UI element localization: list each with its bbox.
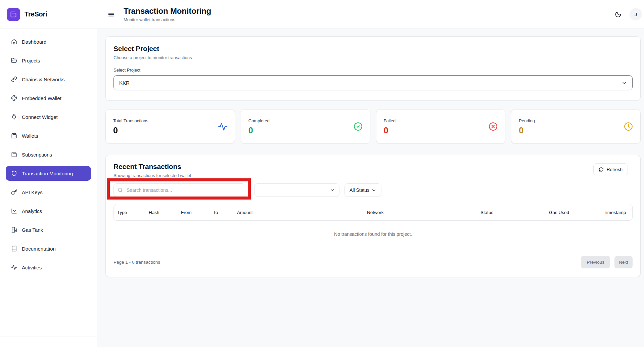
home-icon (11, 39, 17, 45)
moon-icon (615, 11, 622, 18)
page-subtitle: Monitor wallet transactions (124, 17, 211, 22)
brand: TreSori (0, 0, 97, 29)
chevron-down-icon (371, 188, 376, 193)
sidebar-item-subscriptions[interactable]: Subscriptions (6, 147, 91, 162)
wallet-icon (11, 133, 17, 139)
sidebar-item-label: Dashboard (22, 39, 46, 45)
sidebar: TreSori Dashboard Projects Chains & Netw… (0, 0, 97, 347)
stat-card-total: Total Transactions 0 (105, 109, 235, 144)
chevron-down-icon (622, 80, 627, 86)
stat-value: 0 (384, 126, 396, 135)
stat-label: Failed (384, 118, 396, 123)
chart-line-icon (11, 208, 17, 214)
transactions-subtitle: Showing transactions for selected wallet (113, 173, 191, 178)
key-icon (11, 189, 17, 195)
stat-card-pending: Pending 0 (511, 109, 641, 144)
stat-value: 0 (248, 126, 270, 135)
select-project-card: Select Project Choose a project to monit… (105, 36, 641, 101)
wallet-logo-icon (7, 8, 20, 21)
transactions-header: Recent Transactions Showing transactions… (113, 163, 633, 178)
column-header-status: Status (480, 210, 549, 215)
shield-icon (11, 170, 17, 176)
column-header-amount: Amount (237, 210, 367, 215)
book-icon (11, 246, 17, 252)
topbar: Transaction Monitoring Monitor wallet tr… (97, 0, 644, 29)
fuel-icon (11, 227, 17, 233)
transactions-table-header: Type Hash From To Amount Network Status … (114, 204, 632, 220)
sidebar-item-label: API Keys (22, 189, 43, 195)
app-root: TreSori Dashboard Projects Chains & Netw… (0, 0, 644, 347)
sidebar-item-connect-widget[interactable]: Connect Widget (6, 110, 91, 124)
stat-value: 0 (113, 126, 148, 135)
sidebar-item-api-keys[interactable]: API Keys (6, 185, 91, 200)
next-page-button[interactable]: Next (614, 256, 633, 268)
sidebar-item-label: Subscriptions (22, 152, 52, 158)
transactions-title: Recent Transactions (113, 163, 191, 171)
column-header-hash: Hash (149, 210, 181, 215)
previous-page-button[interactable]: Previous (581, 256, 610, 268)
theme-toggle-button[interactable] (614, 10, 622, 18)
sidebar-item-label: Projects (22, 58, 40, 63)
sidebar-item-chains-networks[interactable]: Chains & Networks (6, 72, 91, 87)
stat-label: Total Transactions (113, 118, 148, 123)
column-header-to: To (213, 210, 237, 215)
sidebar-item-label: Connect Widget (22, 114, 58, 120)
palette-icon (11, 95, 17, 101)
wallet-select[interactable] (254, 183, 339, 197)
column-header-gas-used: Gas Used (549, 210, 604, 215)
filter-row: All Status (113, 183, 633, 197)
topbar-right: J (614, 8, 642, 20)
sidebar-item-projects[interactable]: Projects (6, 53, 91, 68)
recent-transactions-card: Recent Transactions Showing transactions… (105, 155, 641, 277)
sidebar-footer (0, 337, 97, 347)
sidebar-item-analytics[interactable]: Analytics (6, 204, 91, 218)
search-icon (118, 187, 123, 193)
chevron-down-icon (330, 187, 335, 193)
pagination-buttons: Previous Next (581, 256, 633, 268)
sidebar-item-label: Chains & Networks (22, 77, 65, 82)
page-title: Transaction Monitoring (124, 6, 211, 16)
search-input[interactable] (113, 183, 245, 197)
x-circle-icon (489, 122, 498, 131)
pagination: Page 1 • 0 transactions Previous Next (113, 256, 633, 268)
stat-card-completed: Completed 0 (241, 109, 370, 144)
sidebar-item-label: Activities (22, 265, 42, 270)
sidebar-item-transaction-monitoring[interactable]: Transaction Monitoring (6, 166, 91, 181)
project-select[interactable]: KKR (113, 75, 633, 90)
sidebar-item-label: Wallets (22, 133, 38, 139)
refresh-icon (599, 167, 604, 172)
sidebar-item-gas-tank[interactable]: Gas Tank (6, 222, 91, 237)
sidebar-item-documentation[interactable]: Documentation (6, 241, 91, 256)
sidebar-item-label: Embedded Wallet (22, 95, 61, 101)
project-select-value: KKR (119, 80, 130, 86)
hamburger-menu-icon (107, 11, 115, 18)
sidebar-item-label: Gas Tank (22, 227, 43, 233)
avatar[interactable]: J (630, 8, 642, 20)
sidebar-item-activities[interactable]: Activities (6, 260, 91, 275)
refresh-button[interactable]: Refresh (593, 163, 628, 175)
stat-card-failed: Failed 0 (376, 109, 506, 144)
menu-toggle-button[interactable] (107, 10, 116, 19)
transactions-table: Type Hash From To Amount Network Status … (113, 204, 633, 221)
column-header-from: From (181, 210, 213, 215)
column-header-type: Type (117, 210, 149, 215)
column-header-network: Network (367, 210, 480, 215)
sidebar-item-label: Transaction Monitoring (22, 171, 73, 176)
sidebar-item-embedded-wallet[interactable]: Embedded Wallet (6, 91, 91, 105)
activity-icon (218, 122, 227, 131)
brand-name: TreSori (25, 10, 47, 18)
stat-label: Completed (248, 118, 270, 123)
activity-icon (11, 264, 17, 270)
sidebar-item-dashboard[interactable]: Dashboard (6, 34, 91, 49)
sidebar-nav: Dashboard Projects Chains & Networks Emb… (0, 29, 97, 275)
sidebar-item-wallets[interactable]: Wallets (6, 128, 91, 143)
folder-open-icon (11, 57, 17, 63)
column-header-timestamp: Timestamp (604, 210, 629, 215)
empty-state-message: No transactions found for this project. (113, 231, 633, 237)
stats-row: Total Transactions 0 Completed 0 Failed (105, 109, 641, 144)
plug-icon (11, 114, 17, 120)
status-filter-button[interactable]: All Status (344, 183, 381, 197)
search-box (113, 183, 245, 197)
check-circle-icon (354, 122, 363, 131)
project-select-label: Select Project (113, 68, 633, 73)
